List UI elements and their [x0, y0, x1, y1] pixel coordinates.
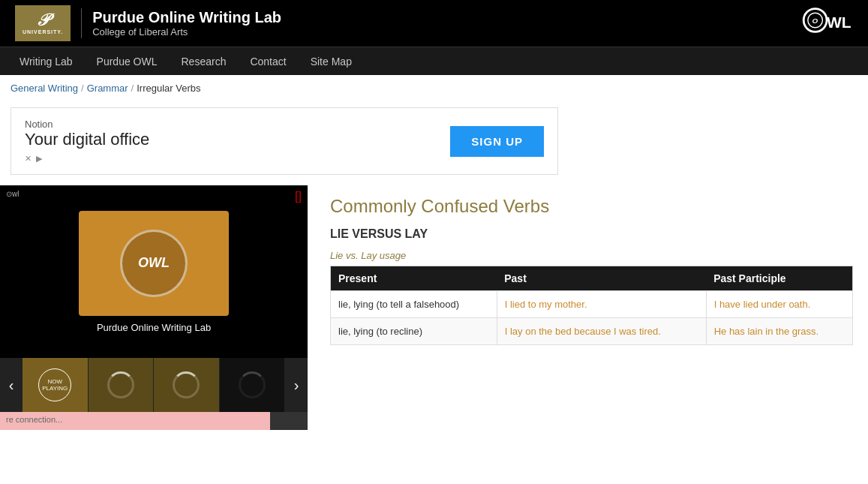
- nav-site-map[interactable]: Site Map: [299, 48, 364, 75]
- purdue-logo-box: 𝒫 UNIVERSITY.: [15, 5, 71, 41]
- now-playing-text: NOW PLAYING: [42, 378, 68, 392]
- purdue-logo: 𝒫 UNIVERSITY.: [15, 5, 71, 41]
- table-caption: Lie vs. Lay usage: [330, 250, 853, 261]
- ad-banner: Notion Your digital office ✕ ▶ SIGN UP: [11, 107, 558, 175]
- video-owl-circle: OWL: [120, 230, 188, 297]
- main-navbar: Writing Lab Purdue OWL Research Contact …: [0, 47, 868, 75]
- table-cell-present-1: lie, lying (to tell a falsehood): [331, 291, 497, 318]
- table-cell-past-1: I lied to my mother.: [497, 291, 706, 318]
- content-title: Commonly Confused Verbs: [330, 196, 853, 217]
- thumb-item-1[interactable]: NOW PLAYING: [23, 358, 89, 412]
- breadcrumb-separator-2: /: [131, 83, 134, 94]
- table-header-present: Present: [331, 266, 497, 291]
- header-title-group: Purdue Online Writing Lab College of Lib…: [92, 9, 281, 38]
- left-panel: ⊙wl [] OWL Purdue Online Writing Lab ‹ N…: [0, 185, 315, 430]
- section-subtitle: LIE VERSUS LAY: [330, 227, 853, 241]
- next-arrow-icon: ›: [294, 377, 299, 394]
- thumb-loading-spinner-3: [239, 371, 266, 398]
- thumb-item-2[interactable]: [89, 358, 155, 412]
- prev-arrow-icon: ‹: [9, 377, 14, 394]
- table-header-past-participle: Past Participle: [706, 266, 852, 291]
- video-thumbnail-bg: OWL: [79, 211, 229, 316]
- breadcrumb: General Writing / Grammar / Irregular Ve…: [0, 75, 868, 101]
- ad-close-icon[interactable]: ✕: [25, 154, 32, 164]
- thumb-item-4[interactable]: [220, 358, 286, 412]
- thumb-loading-spinner-1: [107, 371, 134, 398]
- table-cell-pp-1: I have lied under oath.: [706, 291, 852, 318]
- breadcrumb-grammar[interactable]: Grammar: [87, 83, 128, 94]
- breadcrumb-separator-1: /: [81, 83, 84, 94]
- table-cell-past-2: I lay on the bed because I was tired.: [497, 318, 706, 345]
- svg-text:WL: WL: [827, 14, 851, 31]
- site-header: 𝒫 UNIVERSITY. Purdue Online Writing Lab …: [0, 0, 868, 47]
- nav-research[interactable]: Research: [170, 48, 239, 75]
- ad-text: Notion Your digital office ✕ ▶: [25, 119, 149, 164]
- right-panel: Commonly Confused Verbs LIE VERSUS LAY L…: [315, 185, 868, 430]
- main-layout: ⊙wl [] OWL Purdue Online Writing Lab ‹ N…: [0, 185, 868, 430]
- ad-headline: Your digital office: [25, 130, 149, 149]
- now-playing-badge: NOW PLAYING: [38, 368, 71, 401]
- table-cell-present-2: lie, lying (to recline): [331, 318, 497, 345]
- table-cell-pp-2: He has lain in the grass.: [706, 318, 852, 345]
- table-header-past: Past: [497, 266, 706, 291]
- video-label: Purdue Online Writing Lab: [97, 322, 211, 333]
- expand-icon[interactable]: []: [295, 190, 302, 203]
- ad-info-icon[interactable]: ▶: [36, 154, 42, 164]
- breadcrumb-general-writing[interactable]: General Writing: [11, 83, 78, 94]
- thumb-next-button[interactable]: ›: [285, 358, 308, 412]
- video-owl-text: OWL: [138, 255, 170, 271]
- owl-logo: O WL: [800, 5, 853, 42]
- thumb-item-3[interactable]: [154, 358, 220, 412]
- connection-bar-row: re connection...: [0, 412, 315, 430]
- breadcrumb-current: Irregular Verbs: [137, 83, 200, 94]
- video-owl-watermark: ⊙wl: [6, 190, 19, 198]
- ad-signup-button[interactable]: SIGN UP: [450, 126, 544, 157]
- nav-writing-lab[interactable]: Writing Lab: [8, 48, 85, 75]
- ad-brand: Notion: [25, 119, 149, 130]
- header-branding: 𝒫 UNIVERSITY. Purdue Online Writing Lab …: [15, 5, 281, 41]
- ad-controls: ✕ ▶: [25, 154, 149, 164]
- connection-status-bar: re connection...: [0, 412, 270, 430]
- site-main-title: Purdue Online Writing Lab: [92, 9, 281, 26]
- purdue-university-label: UNIVERSITY.: [23, 29, 63, 35]
- thumb-prev-button[interactable]: ‹: [0, 358, 23, 412]
- connection-bar-right: [270, 412, 308, 430]
- thumb-loading-spinner-2: [173, 371, 200, 398]
- site-subtitle: College of Liberal Arts: [92, 26, 281, 38]
- header-divider: [81, 8, 82, 38]
- video-thumbnails: ‹ NOW PLAYING ›: [0, 358, 308, 412]
- video-player: ⊙wl [] OWL Purdue Online Writing Lab: [0, 185, 308, 358]
- purdue-p-icon: 𝒫: [37, 11, 49, 29]
- table-row: lie, lying (to recline) I lay on the bed…: [331, 318, 853, 345]
- nav-purdue-owl[interactable]: Purdue OWL: [85, 48, 170, 75]
- nav-contact[interactable]: Contact: [238, 48, 298, 75]
- table-row: lie, lying (to tell a falsehood) I lied …: [331, 291, 853, 318]
- verb-table: Present Past Past Participle lie, lying …: [330, 266, 853, 345]
- svg-text:O: O: [812, 17, 818, 25]
